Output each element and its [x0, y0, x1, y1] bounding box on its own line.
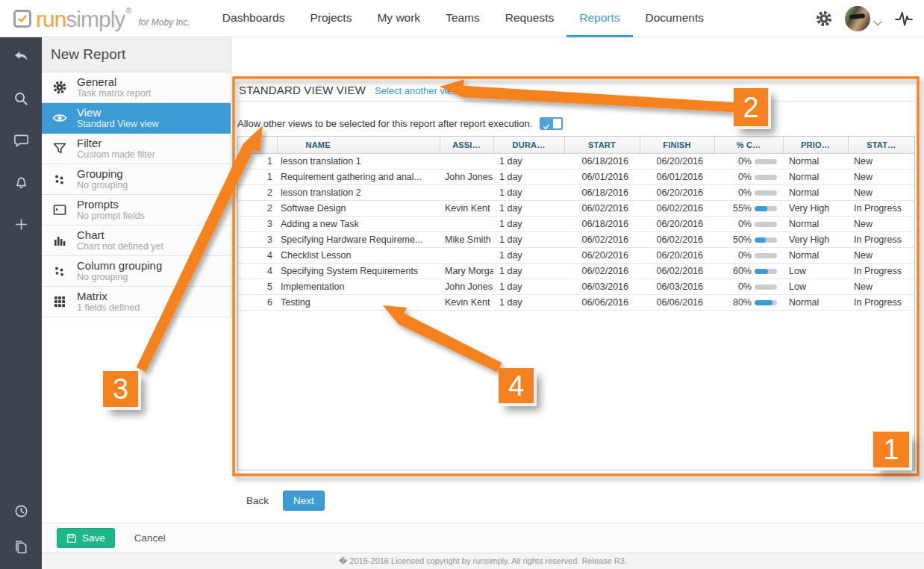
- user-menu[interactable]: [845, 6, 882, 31]
- cell-name: Checklist Lesson: [277, 248, 440, 264]
- percent-complete-label: 50%: [733, 234, 752, 245]
- cell-start: 06/02/2016: [564, 201, 640, 217]
- cell-finish: 06/20/2016: [640, 185, 714, 201]
- menu-item-grouping[interactable]: GroupingNo grouping: [42, 164, 231, 195]
- activity-pulse-icon[interactable]: [894, 9, 914, 28]
- column-header-start[interactable]: START: [564, 137, 640, 154]
- dots-icon: [52, 264, 67, 279]
- page-footer: � 2015-2016 Licensed copyright by runsim…: [42, 553, 924, 569]
- column-header-stat[interactable]: STAT…: [848, 137, 914, 154]
- nav-item-documents[interactable]: Documents: [633, 0, 717, 37]
- cell-pct: 0%: [714, 279, 783, 295]
- nav-item-teams[interactable]: Teams: [433, 0, 493, 37]
- floppy-disk-icon: [66, 533, 77, 544]
- cancel-button[interactable]: Cancel: [134, 532, 166, 544]
- rail-back-button[interactable]: [0, 37, 42, 79]
- rail-bell-button[interactable]: [0, 163, 42, 205]
- nav-item-my-work[interactable]: My work: [364, 0, 433, 37]
- chevron-down-icon: [873, 16, 882, 22]
- cell-status: New: [848, 170, 914, 185]
- cell-status: New: [848, 279, 914, 295]
- nav-item-reports[interactable]: Reports: [566, 0, 632, 37]
- table-row[interactable]: 3Specifying Hardware Requireme...Mike Sm…: [238, 232, 914, 248]
- column-header-index[interactable]: [238, 137, 277, 154]
- table-row[interactable]: 2lesson translation 21 day06/18/201606/2…: [238, 185, 914, 201]
- table-row[interactable]: 4Specifying System RequirementsMary Morg…: [238, 264, 914, 279]
- view-title: STANDARD VIEW VIEW: [237, 84, 366, 96]
- column-header-assi[interactable]: ASSI…: [440, 137, 493, 154]
- progress-bar: [755, 159, 777, 164]
- nav-item-projects[interactable]: Projects: [297, 0, 364, 37]
- cell-priority: Normal: [783, 295, 848, 311]
- nav-item-requests[interactable]: Requests: [493, 0, 566, 37]
- column-header-prio[interactable]: PRIO…: [783, 137, 848, 154]
- menu-item-column-grouping[interactable]: Column groupingNo grouping: [42, 256, 231, 287]
- table-row[interactable]: 4Checklist Lesson1 day06/20/201606/20/20…: [238, 248, 914, 264]
- rail-add-button[interactable]: [0, 205, 42, 246]
- menu-item-title: Filter: [77, 137, 155, 149]
- table-row[interactable]: 1Requirement gathering and anal...John J…: [238, 170, 914, 185]
- table-row[interactable]: 5ImplementationJohn Jones1 day06/03/2016…: [238, 279, 914, 295]
- percent-complete-label: 60%: [733, 266, 752, 276]
- rail-search-button[interactable]: [0, 79, 42, 121]
- settings-gear-icon[interactable]: [815, 10, 833, 28]
- percent-complete-label: 55%: [733, 203, 752, 214]
- save-button[interactable]: Save: [57, 528, 115, 548]
- column-header-c[interactable]: % C…: [714, 137, 783, 154]
- menu-item-subtitle: Standard View view: [77, 119, 159, 129]
- menu-item-chart[interactable]: ChartChart not defined yet: [42, 226, 231, 256]
- cell-priority: Normal: [783, 154, 848, 170]
- allow-other-views-toggle[interactable]: [540, 117, 563, 130]
- nav-item-dashboards[interactable]: Dashboards: [210, 0, 298, 37]
- cell-name: Testing: [277, 295, 440, 311]
- back-button[interactable]: Back: [246, 495, 269, 506]
- cell-start: 06/18/2016: [564, 217, 640, 232]
- menu-item-filter[interactable]: FilterCustom made filter: [42, 134, 231, 164]
- cell-start: 06/02/2016: [564, 232, 640, 248]
- menu-item-prompts[interactable]: PromptsNo prompt fields: [42, 195, 231, 226]
- column-header-name[interactable]: NAME: [277, 137, 440, 154]
- percent-complete-label: 80%: [733, 297, 752, 308]
- cell-num: 2: [238, 201, 277, 217]
- column-header-dura[interactable]: DURA…: [493, 137, 564, 154]
- cell-finish: 06/02/2016: [640, 264, 714, 279]
- cell-duration: 1 day: [493, 154, 564, 170]
- save-button-label: Save: [82, 532, 105, 544]
- allow-other-views-row: Allow other views to be selected for thi…: [237, 114, 563, 133]
- menu-item-view[interactable]: ViewStandard View view: [42, 103, 231, 134]
- rail-chat-button[interactable]: [0, 121, 42, 163]
- next-button[interactable]: Next: [283, 491, 325, 511]
- menu-item-subtitle: Chart not defined yet: [77, 241, 163, 252]
- cell-pct: 80%: [714, 295, 783, 311]
- table-row[interactable]: 1lesson translation 11 day06/18/201606/2…: [238, 154, 914, 170]
- cell-assignee: Mike Smith: [440, 232, 493, 248]
- cell-priority: Very High: [783, 232, 848, 248]
- cell-num: 3: [238, 232, 277, 248]
- cell-pct: 0%: [714, 248, 783, 264]
- cell-assignee: Kevin Kent: [440, 295, 493, 311]
- table-row[interactable]: 3Adding a new Task1 day06/18/201606/20/2…: [238, 217, 914, 232]
- menu-item-title: General: [77, 75, 151, 88]
- cell-start: 06/18/2016: [564, 154, 640, 170]
- cell-finish: 06/01/2016: [640, 170, 714, 185]
- cell-start: 06/18/2016: [564, 185, 640, 201]
- percent-complete-label: 0%: [738, 187, 752, 198]
- column-header-finish[interactable]: FINISH: [640, 137, 714, 154]
- cell-finish: 06/20/2016: [640, 154, 714, 170]
- app-logo[interactable]: runsimply® for Moby Inc.: [13, 7, 190, 31]
- cell-priority: Normal: [783, 248, 848, 264]
- cell-assignee: [440, 185, 493, 201]
- cell-duration: 1 day: [493, 295, 564, 311]
- table-row[interactable]: 6TestingKevin Kent1 day06/06/201606/06/2…: [238, 295, 914, 311]
- cell-finish: 06/06/2016: [640, 295, 714, 311]
- filter-icon: [52, 141, 67, 156]
- rail-history-button[interactable]: [0, 494, 42, 530]
- menu-item-general[interactable]: GeneralTask matrix report: [42, 72, 231, 103]
- action-bar: Save Cancel: [42, 523, 924, 553]
- rail-documents-button[interactable]: [0, 530, 42, 566]
- menu-item-matrix[interactable]: Matrix1 fields defined: [42, 287, 231, 317]
- menu-item-subtitle: Task matrix report: [77, 88, 151, 99]
- select-another-view-link[interactable]: Select another view: [375, 85, 459, 96]
- cell-finish: 06/20/2016: [640, 217, 714, 232]
- table-row[interactable]: 2Softwae DesignKevin Kent1 day06/02/2016…: [238, 201, 914, 217]
